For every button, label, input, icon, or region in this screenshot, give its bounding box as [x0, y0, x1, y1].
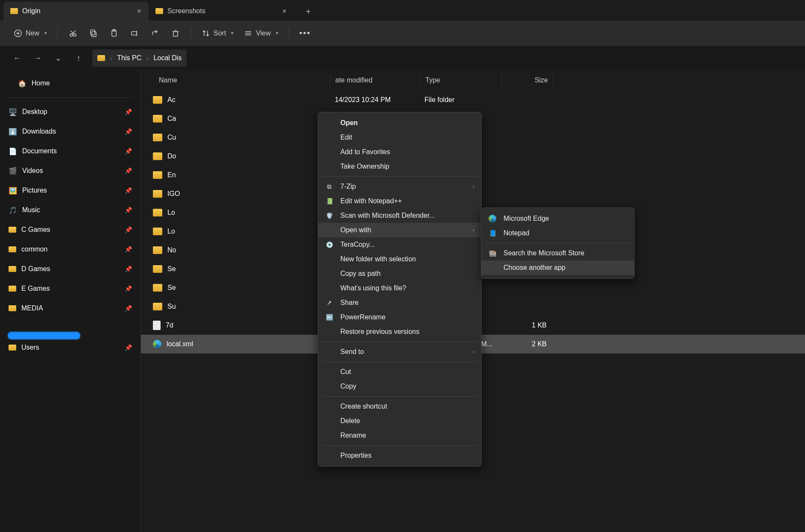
- context-menu-item[interactable]: Send to›: [318, 345, 481, 359]
- submenu-item[interactable]: 🏬Search the Microsoft Store: [481, 246, 634, 260]
- context-menu-item[interactable]: 💿TeraCopy...: [318, 237, 481, 252]
- close-icon[interactable]: ✕: [137, 8, 142, 15]
- column-date[interactable]: ate modified: [330, 76, 420, 84]
- sidebar-item[interactable]: MEDIA📌: [0, 298, 141, 318]
- sidebar-item[interactable]: 🖼️Pictures📌: [0, 181, 141, 200]
- rename-button[interactable]: [126, 25, 143, 42]
- view-button[interactable]: View ▾: [240, 25, 281, 42]
- back-button[interactable]: ←: [10, 51, 24, 65]
- context-menu-item[interactable]: What's using this file?: [318, 281, 481, 295]
- context-label: What's using this file?: [340, 284, 406, 292]
- sidebar-item[interactable]: E Games📌: [0, 279, 141, 298]
- sidebar-item[interactable]: D Games📌: [0, 259, 141, 279]
- new-tab-button[interactable]: ＋: [301, 3, 316, 19]
- share-button[interactable]: [146, 25, 164, 42]
- context-menu-item[interactable]: ↗Share: [318, 295, 481, 310]
- context-label: Edit: [340, 134, 352, 141]
- context-menu-item[interactable]: Create shortcut: [318, 399, 481, 414]
- context-menu-item[interactable]: Edit: [318, 130, 481, 145]
- context-menu-item[interactable]: Take Ownership: [318, 159, 481, 174]
- sidebar-item-users[interactable]: Users 📌: [0, 338, 141, 357]
- column-name[interactable]: Name: [146, 76, 330, 84]
- file-name: Se: [167, 265, 176, 273]
- recent-button[interactable]: ⌄: [51, 51, 65, 65]
- tab-origin[interactable]: Origin ✕: [3, 2, 149, 20]
- copy-icon: [89, 29, 98, 38]
- folder-icon: [153, 228, 162, 235]
- submenu-item[interactable]: Choose another app: [481, 260, 634, 275]
- up-button[interactable]: ↑: [72, 51, 85, 65]
- breadcrumb-item[interactable]: This PC: [117, 54, 141, 62]
- file-name: Se: [167, 284, 176, 292]
- copy-button[interactable]: [85, 25, 102, 42]
- column-type[interactable]: Type: [420, 76, 501, 84]
- context-menu-item[interactable]: Add to Favorites: [318, 145, 481, 159]
- file-size: 1 KB: [501, 322, 552, 329]
- breadcrumb[interactable]: › This PC › Local Dis: [92, 50, 187, 67]
- pin-icon: 📌: [125, 305, 132, 312]
- new-button[interactable]: New ▾: [10, 25, 50, 42]
- file-name: En: [167, 171, 176, 179]
- context-menu-item[interactable]: Cut: [318, 365, 481, 379]
- context-menu-item[interactable]: New folder with selection: [318, 252, 481, 266]
- sidebar: 🏠 Home 🖥️Desktop📌⬇️Downloads📌📄Documents📌…: [0, 70, 141, 532]
- context-menu-item[interactable]: 🛡️Scan with Microsoft Defender...: [318, 208, 481, 223]
- pin-icon: 📌: [125, 285, 132, 292]
- folder-icon: [153, 152, 162, 160]
- context-menu-item[interactable]: Copy as path: [318, 266, 481, 281]
- sidebar-label: Users: [21, 344, 39, 351]
- context-menu-item[interactable]: ⧉7-Zip›: [318, 179, 481, 194]
- desktop-icon: 🖥️: [9, 108, 17, 116]
- folder-icon: [153, 303, 162, 310]
- paste-button[interactable]: [105, 25, 123, 42]
- sidebar-label: Downloads: [22, 128, 56, 135]
- share-icon: ↗: [325, 298, 334, 307]
- context-menu-item[interactable]: Delete: [318, 414, 481, 428]
- pin-icon: 📌: [125, 187, 132, 194]
- context-menu-item[interactable]: Open: [318, 116, 481, 130]
- submenu-item[interactable]: 📘Notepad: [481, 226, 634, 240]
- column-size[interactable]: Size: [502, 76, 553, 84]
- sidebar-item[interactable]: 📄Documents📌: [0, 141, 141, 161]
- context-menu-item[interactable]: Properties: [318, 448, 481, 463]
- context-label: Rename: [340, 432, 366, 439]
- file-row[interactable]: Ac 14/2023 10:24 PM File folder: [141, 91, 805, 109]
- file-name: Lo: [167, 228, 175, 235]
- close-icon[interactable]: ✕: [282, 8, 287, 15]
- forward-button[interactable]: →: [31, 51, 44, 65]
- separator: [289, 27, 289, 39]
- sidebar-label: Home: [32, 79, 50, 87]
- sort-button[interactable]: Sort ▾: [198, 25, 237, 42]
- delete-button[interactable]: [167, 25, 184, 42]
- tab-title: Origin: [22, 7, 41, 15]
- sidebar-item[interactable]: ⬇️Downloads📌: [0, 122, 141, 141]
- context-label: Restore previous versions: [340, 328, 419, 336]
- context-menu-item[interactable]: Rename: [318, 428, 481, 443]
- more-button[interactable]: •••: [296, 25, 314, 42]
- sidebar-item[interactable]: 🎵Music📌: [0, 200, 141, 220]
- context-menu-item[interactable]: Restore previous versions: [318, 324, 481, 339]
- tab-screenshots[interactable]: Screenshots ✕: [149, 2, 294, 20]
- sidebar-item[interactable]: C Games📌: [0, 220, 141, 240]
- context-menu-item[interactable]: Open with›: [318, 223, 481, 237]
- sidebar-item[interactable]: 🖥️Desktop📌: [0, 102, 141, 122]
- sidebar-home[interactable]: 🏠 Home: [0, 73, 141, 93]
- sidebar-item[interactable]: 🎬Videos📌: [0, 161, 141, 181]
- videos-icon: 🎬: [9, 167, 17, 175]
- context-label: Open: [340, 119, 358, 127]
- folder-icon: [155, 8, 163, 14]
- context-menu-item[interactable]: 📗Edit with Notepad++: [318, 194, 481, 208]
- context-label: New folder with selection: [340, 255, 416, 263]
- breadcrumb-item[interactable]: Local Dis: [154, 54, 182, 62]
- context-menu-item[interactable]: Copy: [318, 379, 481, 394]
- sidebar-item[interactable]: common📌: [0, 240, 141, 259]
- context-label: Copy: [340, 383, 356, 390]
- separator: [322, 362, 477, 362]
- clipboard-icon: [110, 29, 118, 38]
- context-label: 7-Zip: [340, 183, 356, 190]
- context-menu-item[interactable]: 🔤PowerRename: [318, 310, 481, 324]
- tab-bar: Origin ✕ Screenshots ✕ ＋: [0, 0, 805, 20]
- submenu-item[interactable]: Microsoft Edge: [481, 211, 634, 226]
- pin-icon: 📌: [125, 128, 132, 135]
- cut-button[interactable]: [64, 25, 82, 42]
